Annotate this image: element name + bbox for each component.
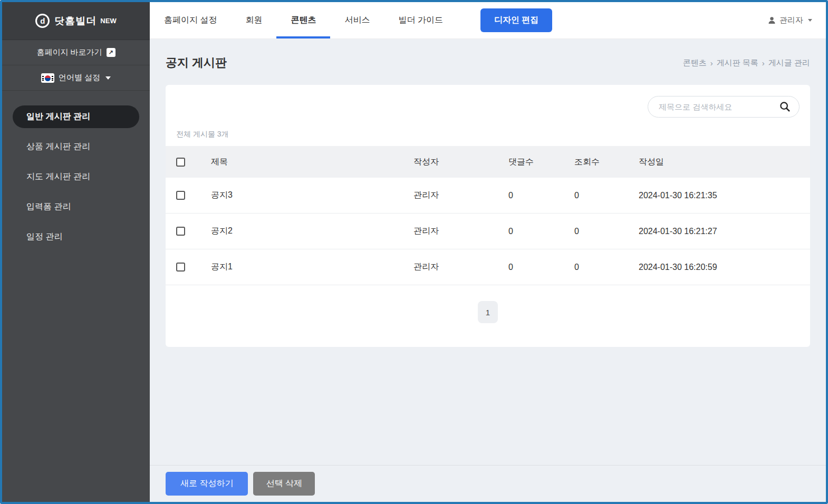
table-row[interactable]: 공지3 관리자 0 0 2024-01-30 16:21:35: [166, 178, 810, 214]
external-link-icon: ↗: [107, 48, 115, 57]
search-input[interactable]: [648, 96, 800, 118]
brand-logo-icon: d: [35, 14, 50, 28]
user-name: 관리자: [779, 15, 803, 25]
sidebar-item-input-form[interactable]: 입력폼 관리: [13, 196, 139, 218]
post-title[interactable]: 공지1: [211, 261, 413, 273]
korea-flag-icon: [41, 73, 54, 83]
tab-services[interactable]: 서비스: [330, 2, 384, 38]
post-views: 0: [574, 191, 639, 200]
post-views: 0: [574, 263, 639, 272]
search-box: [648, 96, 800, 118]
post-comments: 0: [508, 191, 574, 200]
column-header-author: 작성자: [413, 157, 508, 168]
new-post-button[interactable]: 새로 작성하기: [166, 472, 248, 496]
table-row[interactable]: 공지1 관리자 0 0 2024-01-30 16:20:59: [166, 249, 810, 285]
pagination: 1: [166, 301, 810, 323]
page-title: 공지 게시판: [166, 55, 227, 71]
brand-logo[interactable]: d 닷홈빌더 NEW: [2, 2, 150, 40]
homepage-shortcut-label: 홈페이지 바로가기: [36, 47, 102, 57]
delete-selected-button[interactable]: 선택 삭제: [253, 472, 314, 496]
row-checkbox[interactable]: [176, 263, 185, 272]
post-title[interactable]: 공지2: [211, 226, 413, 237]
content-area: 공지 게시판 콘텐츠 › 게시판 목록 › 게시글 관리: [150, 39, 826, 465]
footer-actions: 새로 작성하기 선택 삭제: [150, 465, 826, 502]
select-all-checkbox[interactable]: [176, 158, 185, 167]
tab-members[interactable]: 회원: [231, 2, 276, 38]
breadcrumb-item-board-list[interactable]: 게시판 목록: [717, 58, 758, 68]
brand-badge: NEW: [100, 17, 116, 25]
app-window: d 닷홈빌더 NEW 홈페이지 바로가기 ↗ 언어별 설정 일반 게시판 관리 …: [0, 0, 828, 504]
breadcrumb-item-post-management[interactable]: 게시글 관리: [768, 58, 810, 68]
top-navigation: 홈페이지 설정 회원 콘텐츠 서비스 빌더 가이드 디자인 편집 관리자: [150, 2, 826, 39]
brand-name: 닷홈빌더: [54, 14, 97, 28]
column-header-title: 제목: [211, 157, 413, 168]
row-checkbox[interactable]: [176, 191, 185, 200]
design-edit-button[interactable]: 디자인 편집: [480, 8, 552, 32]
user-menu[interactable]: 관리자: [767, 15, 812, 25]
pagination-page-1[interactable]: 1: [478, 301, 498, 323]
table-row[interactable]: 공지2 관리자 0 0 2024-01-30 16:21:27: [166, 214, 810, 249]
table-header-row: 제목 작성자 댓글수 조회수 작성일: [166, 146, 810, 178]
sidebar-item-general-board[interactable]: 일반 게시판 관리: [13, 105, 139, 128]
post-views: 0: [574, 227, 639, 236]
column-header-date: 작성일: [639, 157, 810, 168]
sidebar-item-map-board[interactable]: 지도 게시판 관리: [13, 166, 139, 188]
post-author: 관리자: [413, 226, 508, 237]
post-date: 2024-01-30 16:20:59: [639, 263, 810, 272]
sidebar-item-product-board[interactable]: 상품 게시판 관리: [13, 135, 139, 158]
post-date: 2024-01-30 16:21:35: [639, 191, 810, 200]
post-comments: 0: [508, 227, 574, 236]
chevron-down-icon: [105, 76, 111, 80]
user-icon: [767, 16, 776, 25]
tab-homepage-settings[interactable]: 홈페이지 설정: [150, 2, 231, 38]
tab-contents[interactable]: 콘텐츠: [276, 2, 330, 38]
post-author: 관리자: [413, 190, 508, 201]
homepage-shortcut-link[interactable]: 홈페이지 바로가기 ↗: [2, 40, 150, 65]
language-settings-dropdown[interactable]: 언어별 설정: [2, 65, 150, 91]
nav-tabs: 홈페이지 설정 회원 콘텐츠 서비스 빌더 가이드: [150, 2, 457, 38]
breadcrumb: 콘텐츠 › 게시판 목록 › 게시글 관리: [683, 58, 810, 68]
language-settings-label: 언어별 설정: [59, 73, 100, 83]
post-author: 관리자: [413, 261, 508, 273]
post-title[interactable]: 공지3: [211, 190, 413, 201]
board-card: 전체 게시물 3개 제목 작성자 댓글수 조회수 작성일 공지3 관리자 0 0…: [166, 85, 810, 347]
column-header-comments: 댓글수: [508, 157, 574, 168]
sidebar-item-schedule[interactable]: 일정 관리: [13, 226, 139, 248]
total-posts-count: 전체 게시물 3개: [176, 130, 810, 139]
column-header-views: 조회수: [574, 157, 639, 168]
search-button[interactable]: [778, 101, 791, 113]
chevron-down-icon: [808, 19, 812, 22]
tab-builder-guide[interactable]: 빌더 가이드: [384, 2, 457, 38]
breadcrumb-separator: ›: [762, 59, 765, 67]
post-comments: 0: [508, 263, 574, 272]
sidebar-menu: 일반 게시판 관리 상품 게시판 관리 지도 게시판 관리 입력폼 관리 일정 …: [2, 105, 150, 248]
post-date: 2024-01-30 16:21:27: [639, 227, 810, 236]
breadcrumb-item-contents[interactable]: 콘텐츠: [683, 58, 707, 68]
main-area: 홈페이지 설정 회원 콘텐츠 서비스 빌더 가이드 디자인 편집 관리자 공지 …: [150, 2, 826, 502]
breadcrumb-separator: ›: [710, 59, 713, 67]
sidebar: d 닷홈빌더 NEW 홈페이지 바로가기 ↗ 언어별 설정 일반 게시판 관리 …: [2, 2, 150, 502]
row-checkbox[interactable]: [176, 227, 185, 236]
search-icon: [779, 101, 791, 112]
